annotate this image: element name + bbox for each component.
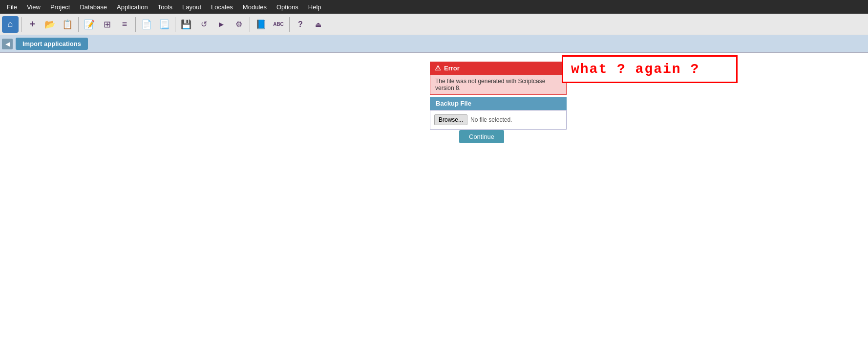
help-button[interactable]: ? xyxy=(292,16,309,33)
menu-modules[interactable]: Modules xyxy=(238,1,272,13)
form-button[interactable]: 📝 xyxy=(81,16,98,33)
home-button[interactable]: ⌂ xyxy=(2,16,19,33)
toolbar: ⌂ + 📂 📋 📝 ⊞ ≡ 📄 📃 💾 ↺ ▶ ⚙ 📘 ABC xyxy=(0,14,868,35)
separator-1 xyxy=(21,17,21,32)
abc-button[interactable]: ABC xyxy=(270,16,287,33)
backup-file-header: Backup File xyxy=(430,97,567,110)
menu-file[interactable]: File xyxy=(2,1,22,13)
separator-6 xyxy=(289,17,290,32)
error-message: The file was not generated with Scriptca… xyxy=(430,74,567,95)
main-content: ⚠ Error The file was not generated with … xyxy=(0,53,868,353)
doc-icon: 📄 xyxy=(141,19,152,30)
menu-options[interactable]: Options xyxy=(272,1,303,13)
import-applications-tab[interactable]: Import applications xyxy=(16,38,88,50)
play-icon: ▶ xyxy=(219,21,224,28)
separator-3 xyxy=(135,17,136,32)
exit-icon: ⏏ xyxy=(315,21,321,28)
menu-application[interactable]: Application xyxy=(112,1,153,13)
open-icon: 📂 xyxy=(44,19,55,30)
menu-tools[interactable]: Tools xyxy=(153,1,177,13)
play-button[interactable]: ▶ xyxy=(213,16,230,33)
sidebar-toggle-button[interactable]: ◀ xyxy=(2,39,13,49)
stack-button[interactable]: ≡ xyxy=(116,16,133,33)
grid-icon: ⊞ xyxy=(104,19,111,30)
copy-icon: 📋 xyxy=(62,19,73,30)
book-button[interactable]: 📘 xyxy=(253,16,269,33)
browse-button[interactable]: Browse... xyxy=(434,114,467,125)
house-icon: ⌂ xyxy=(8,19,13,29)
settings-button[interactable]: ⚙ xyxy=(231,16,247,33)
menu-database[interactable]: Database xyxy=(75,1,112,13)
doc2-icon: 📃 xyxy=(159,19,169,30)
refresh-icon: ↺ xyxy=(201,20,207,29)
exit-button[interactable]: ⏏ xyxy=(310,16,326,33)
tabbar: ◀ Import applications xyxy=(0,35,868,53)
menubar: File View Project Database Application T… xyxy=(0,0,868,14)
error-box: ⚠ Error The file was not generated with … xyxy=(430,62,567,95)
separator-5 xyxy=(250,17,250,32)
chevron-left-icon: ◀ xyxy=(5,41,10,47)
separator-2 xyxy=(78,17,79,32)
form-icon: 📝 xyxy=(84,19,95,30)
menu-view[interactable]: View xyxy=(22,1,45,13)
menu-layout[interactable]: Layout xyxy=(177,1,206,13)
annotation-box: what ? again ? xyxy=(562,55,738,83)
settings-icon: ⚙ xyxy=(235,20,242,29)
backup-section: Backup File Browse... No file selected. xyxy=(430,97,567,130)
backup-file-body: Browse... No file selected. xyxy=(430,110,567,130)
doc-button[interactable]: 📄 xyxy=(138,16,155,33)
separator-4 xyxy=(175,17,175,32)
refresh-button[interactable]: ↺ xyxy=(195,16,212,33)
abc-icon: ABC xyxy=(273,22,284,27)
question-icon: ? xyxy=(298,20,303,29)
book-icon: 📘 xyxy=(255,19,266,30)
continue-button[interactable]: Continue xyxy=(459,130,504,143)
save-button[interactable]: 💾 xyxy=(178,16,194,33)
annotation-text: what ? again ? xyxy=(571,62,699,77)
grid-button[interactable]: ⊞ xyxy=(99,16,115,33)
copy-button[interactable]: 📋 xyxy=(59,16,76,33)
open-button[interactable]: 📂 xyxy=(42,16,58,33)
error-title: Error xyxy=(444,65,460,72)
error-header: ⚠ Error xyxy=(430,62,567,74)
plus-icon: + xyxy=(29,19,35,30)
menu-help[interactable]: Help xyxy=(303,1,326,13)
warning-icon: ⚠ xyxy=(435,64,441,72)
menu-locales[interactable]: Locales xyxy=(206,1,238,13)
doc2-button[interactable]: 📃 xyxy=(156,16,172,33)
menu-project[interactable]: Project xyxy=(45,1,75,13)
file-name-label: No file selected. xyxy=(470,116,512,123)
save-icon: 💾 xyxy=(181,19,191,30)
new-button[interactable]: + xyxy=(24,16,41,33)
stack-icon: ≡ xyxy=(122,19,127,29)
